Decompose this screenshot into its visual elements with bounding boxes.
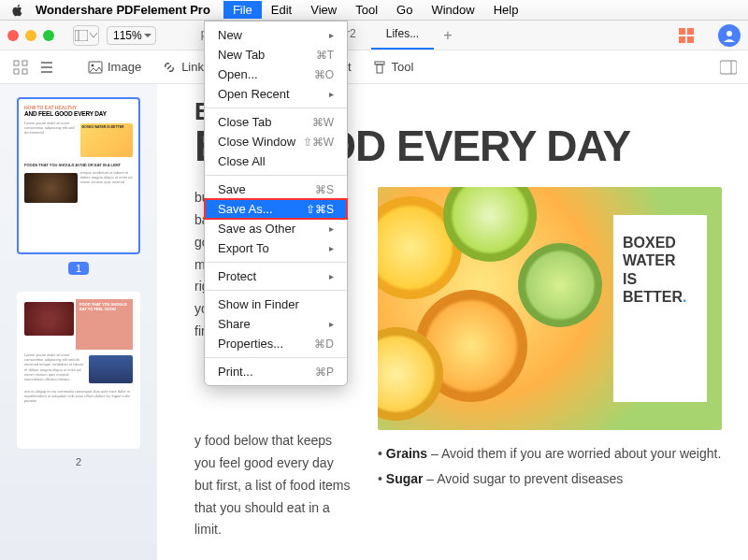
svg-rect-4 (679, 36, 685, 43)
svg-point-6 (726, 31, 732, 36)
citrus-thumb-icon: BOXED WATER IS BETTER (80, 123, 134, 157)
menu-edit[interactable]: Edit (262, 1, 301, 19)
user-avatar[interactable] (718, 24, 741, 47)
svg-rect-3 (687, 28, 694, 35)
menu-go[interactable]: Go (387, 1, 422, 19)
menu-item-show-in-finder[interactable]: Show in Finder (205, 294, 347, 314)
menu-item-new-tab[interactable]: New Tab⌘T (205, 45, 347, 65)
menu-item-close-window[interactable]: Close Window⇧⌘W (205, 132, 347, 151)
bullet-grains: • Grains – Avoid them if you are worried… (378, 441, 722, 467)
menu-item-open-recent[interactable]: Open Recent (205, 84, 347, 104)
bullet-sugar: • Sugar – Avoid sugar to prevent disease… (378, 467, 722, 492)
page-thumb-2[interactable]: FOOD THAT YOU SHOULD EAT TO FEEL GOOD Lo… (17, 292, 140, 449)
minimize-icon[interactable] (25, 30, 36, 41)
menu-item-save[interactable]: Save⌘S (205, 179, 347, 199)
svg-rect-22 (377, 65, 382, 73)
main-area: HOW TO EAT HEALTHY AND FEEL GOOD EVERY D… (0, 84, 748, 560)
svg-rect-7 (14, 61, 19, 65)
menu-item-save-as-other[interactable]: Save as Other (205, 219, 347, 238)
zoom-select[interactable]: 115% (107, 26, 156, 45)
menu-tool[interactable]: Tool (346, 1, 387, 19)
mac-menubar: Wondershare PDFelement Pro File Edit Vie… (0, 0, 748, 21)
link-tool[interactable]: Link (162, 60, 204, 75)
svg-rect-10 (22, 69, 27, 74)
menu-item-export-to[interactable]: Export To (205, 238, 347, 258)
menu-view[interactable]: View (301, 1, 346, 19)
close-icon[interactable] (7, 30, 19, 41)
file-menu-dropdown: NewNew Tab⌘TOpen...⌘OOpen RecentClose Ta… (204, 21, 348, 386)
svg-rect-9 (14, 69, 19, 74)
svg-rect-5 (687, 36, 694, 43)
berries-thumb-icon (89, 355, 133, 383)
carton-text: BOXEDWATERISBETTER. (613, 215, 707, 402)
menu-help[interactable]: Help (484, 1, 528, 19)
menu-item-share[interactable]: Share (205, 314, 347, 334)
svg-rect-2 (679, 28, 685, 35)
menu-item-close-tab[interactable]: Close Tab⌘W (205, 112, 347, 132)
app-name: Wondershare PDFelement Pro (36, 3, 210, 17)
svg-rect-0 (75, 30, 88, 41)
sidebar-toggle-button[interactable] (73, 25, 99, 46)
hero-image: BOXEDWATERISBETTER. (378, 187, 722, 430)
oranges-thumb-icon (24, 302, 74, 336)
list-view-icon[interactable] (37, 58, 56, 77)
menu-item-new[interactable]: New (205, 25, 347, 45)
apple-logo-icon (11, 4, 24, 17)
menu-item-protect[interactable]: Protect (205, 266, 347, 286)
image-tool[interactable]: Image (88, 60, 141, 75)
page-thumb-1[interactable]: HOW TO EAT HEALTHY AND FEEL GOOD EVERY D… (17, 97, 140, 254)
tool-row: Image Link Form Redact Tool (0, 50, 748, 84)
traffic-lights (7, 30, 54, 41)
menu-item-open-[interactable]: Open...⌘O (205, 65, 347, 84)
tool-tool[interactable]: Tool (372, 60, 414, 75)
thumbnail-grid-icon[interactable] (679, 28, 694, 43)
thumbnail-sidebar: HOW TO EAT HEALTHY AND FEEL GOOD EVERY D… (0, 84, 157, 560)
doc-bullets: • Grains – Avoid them if you are worried… (378, 441, 722, 541)
menu-window[interactable]: Window (422, 1, 483, 19)
grid-view-icon[interactable] (11, 58, 30, 77)
svg-rect-23 (720, 61, 737, 74)
panel-toggle-icon[interactable] (720, 59, 737, 76)
menu-item-save-as-[interactable]: Save As...⇧⌘S (205, 199, 347, 219)
menu-item-print-[interactable]: Print...⌘P (205, 362, 347, 381)
tab-3[interactable]: Lifes... (371, 22, 434, 50)
coffee-thumb-icon (24, 173, 78, 203)
doc-body-cont: y food below that keeps you feel good ev… (194, 430, 353, 541)
page-number-2: 2 (17, 456, 140, 467)
window-toolbar: 115% prod... Prod... color2 Lifes... + (0, 21, 748, 50)
menu-item-properties-[interactable]: Properties...⌘D (205, 334, 347, 353)
menu-item-close-all[interactable]: Close All (205, 151, 347, 171)
page-badge: 1 (68, 262, 89, 275)
menu-file[interactable]: File (223, 1, 262, 19)
maximize-icon[interactable] (43, 30, 54, 41)
svg-rect-8 (22, 61, 27, 65)
svg-point-15 (92, 64, 94, 66)
add-tab-button[interactable]: + (434, 22, 461, 50)
